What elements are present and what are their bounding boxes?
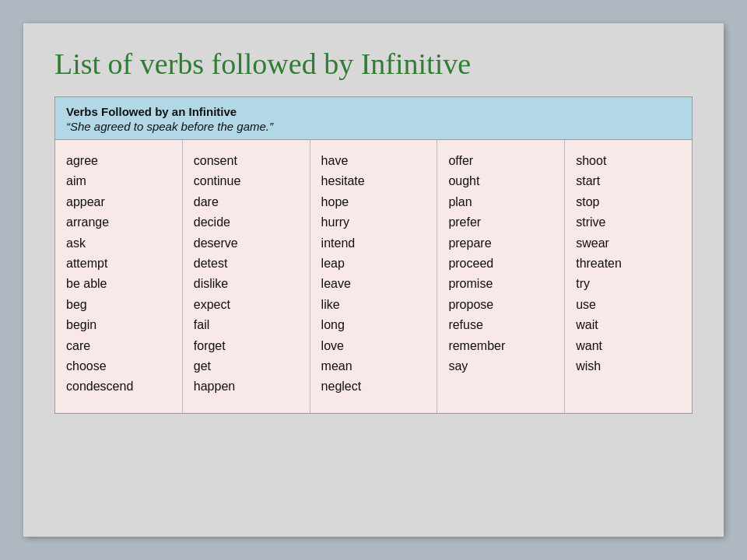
table-col-0: agreeaimappeararrangeaskattemptbe ablebe…: [55, 140, 183, 413]
table-col-1: consentcontinuedaredecidedeservedetestdi…: [183, 140, 310, 413]
header-label: Verbs Followed by an Infinitive: [66, 105, 681, 118]
list-item: prefer: [448, 212, 553, 233]
table-col-3: offeroughtplanpreferprepareproceedpromis…: [437, 140, 565, 413]
slide-title: List of verbs followed by Infinitive: [54, 47, 693, 81]
list-item: try: [576, 274, 681, 294]
list-item: offer: [448, 151, 553, 171]
list-item: remember: [448, 336, 553, 356]
list-item: dare: [194, 192, 299, 212]
list-item: swear: [576, 233, 681, 254]
list-item: arrange: [66, 212, 171, 233]
list-item: wish: [576, 356, 681, 376]
list-item: long: [321, 315, 426, 335]
list-item: wait: [576, 315, 681, 335]
list-item: fail: [194, 315, 299, 335]
list-item: happen: [194, 376, 299, 397]
list-item: have: [321, 151, 426, 171]
list-item: agree: [66, 151, 171, 171]
list-item: decide: [194, 212, 299, 233]
list-item: appear: [66, 192, 171, 212]
list-item: leap: [321, 254, 426, 274]
list-item: intend: [321, 233, 426, 254]
table-body: agreeaimappeararrangeaskattemptbe ablebe…: [55, 140, 692, 413]
verbs-table: Verbs Followed by an Infinitive “She agr…: [54, 96, 693, 414]
list-item: continue: [194, 171, 299, 191]
table-col-4: shootstartstopstriveswearthreatentryusew…: [565, 140, 692, 413]
list-item: choose: [66, 356, 171, 376]
list-item: deserve: [194, 233, 299, 254]
list-item: ask: [66, 233, 171, 254]
list-item: plan: [448, 192, 553, 212]
table-col-2: havehesitatehopehurryintendleapleavelike…: [310, 140, 438, 413]
slide: List of verbs followed by Infinitive Ver…: [23, 23, 724, 537]
list-item: leave: [321, 274, 426, 294]
list-item: be able: [66, 274, 171, 294]
list-item: aim: [66, 171, 171, 191]
list-item: consent: [194, 151, 299, 171]
list-item: use: [576, 295, 681, 315]
list-item: beg: [66, 295, 171, 315]
list-item: proceed: [448, 254, 553, 274]
list-item: get: [194, 356, 299, 376]
list-item: promise: [448, 274, 553, 294]
list-item: propose: [448, 295, 553, 315]
list-item: neglect: [321, 376, 426, 397]
list-item: begin: [66, 315, 171, 335]
list-item: shoot: [576, 151, 681, 171]
list-item: dislike: [194, 274, 299, 294]
list-item: detest: [194, 254, 299, 274]
list-item: strive: [576, 212, 681, 233]
list-item: mean: [321, 356, 426, 376]
list-item: refuse: [448, 315, 553, 335]
list-item: prepare: [448, 233, 553, 254]
table-header: Verbs Followed by an Infinitive “She agr…: [55, 97, 692, 140]
list-item: care: [66, 336, 171, 356]
list-item: condescend: [66, 376, 171, 397]
list-item: threaten: [576, 254, 681, 274]
header-example: “She agreed to speak before the game.”: [66, 120, 681, 133]
list-item: ought: [448, 171, 553, 191]
list-item: like: [321, 295, 426, 315]
list-item: start: [576, 171, 681, 191]
list-item: stop: [576, 192, 681, 212]
list-item: hope: [321, 192, 426, 212]
list-item: expect: [194, 295, 299, 315]
list-item: forget: [194, 336, 299, 356]
list-item: say: [448, 356, 553, 376]
list-item: love: [321, 336, 426, 356]
list-item: hesitate: [321, 171, 426, 191]
list-item: attempt: [66, 254, 171, 274]
list-item: hurry: [321, 212, 426, 233]
list-item: want: [576, 336, 681, 356]
